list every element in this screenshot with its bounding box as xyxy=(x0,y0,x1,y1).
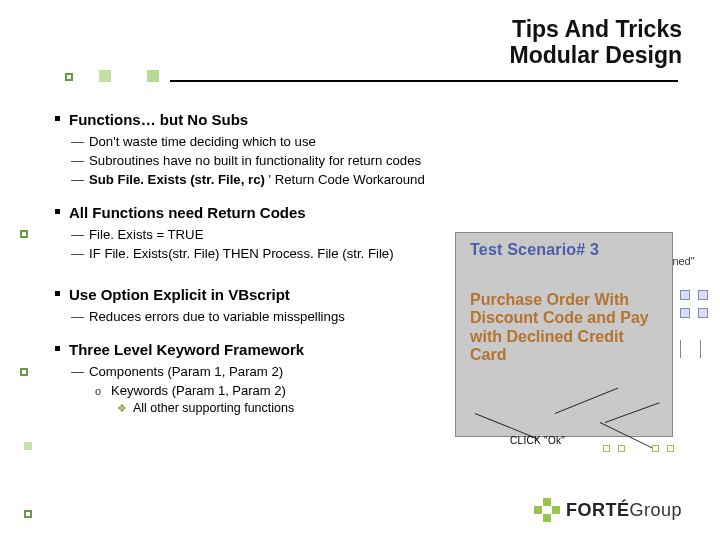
list-item: Subroutines have no built in functionali… xyxy=(89,152,665,170)
deco-square-icon xyxy=(24,442,32,450)
small-box-icon xyxy=(667,445,674,452)
deco-square-icon xyxy=(24,510,32,518)
bullet-icon xyxy=(55,291,60,296)
bold-text: Sub File. Exists (str. File, rc) xyxy=(89,172,265,187)
workflow-node-icon xyxy=(698,308,708,318)
deco-square-icon xyxy=(65,73,73,81)
list-item: Don't waste time deciding which to use xyxy=(89,133,665,151)
bullet-icon xyxy=(55,116,60,121)
list-item: Sub File. Exists (str. File, rc) ' Retur… xyxy=(89,171,665,189)
title-line-2: Modular Design xyxy=(509,42,682,68)
section-heading: All Functions need Return Codes xyxy=(69,203,665,223)
title-line-1: Tips And Tricks xyxy=(509,16,682,42)
section-heading: Functions… but No Subs xyxy=(69,110,665,130)
purchase-order-text: Purchase Order With Discount Code and Pa… xyxy=(470,291,660,365)
overlay-panel: Test Scenario# 3 Purchase Order With Dis… xyxy=(455,232,673,437)
slide-title: Tips And Tricks Modular Design xyxy=(509,16,682,69)
deco-square-icon xyxy=(147,70,159,82)
inline-text: ' Return Code Workaround xyxy=(265,172,425,187)
logo-text: FORTÉGroup xyxy=(566,500,682,521)
deco-square-icon xyxy=(20,230,28,238)
bullet-icon xyxy=(55,346,60,351)
workflow-node-icon xyxy=(698,290,708,300)
click-ok-label: CLICK "Ok" xyxy=(510,435,565,446)
connector-line xyxy=(680,340,681,358)
logo-brand: FORTÉ xyxy=(566,500,630,520)
scenario-title: Test Scenario# 3 xyxy=(470,241,599,259)
small-box-icon xyxy=(618,445,625,452)
logo-mark-icon xyxy=(534,498,560,522)
bullet-icon xyxy=(55,209,60,214)
section-functions-no-subs: Functions… but No Subs Don't waste time … xyxy=(55,110,665,189)
title-underline xyxy=(170,80,678,82)
workflow-node-icon xyxy=(680,290,690,300)
small-box-icon xyxy=(603,445,610,452)
deco-square-icon xyxy=(99,70,111,82)
workflow-node-icon xyxy=(680,308,690,318)
deco-square-icon xyxy=(20,368,28,376)
logo-suffix: Group xyxy=(629,500,682,520)
footer-logo: FORTÉGroup xyxy=(534,498,682,522)
connector-line xyxy=(700,340,701,358)
small-box-icon xyxy=(652,445,659,452)
